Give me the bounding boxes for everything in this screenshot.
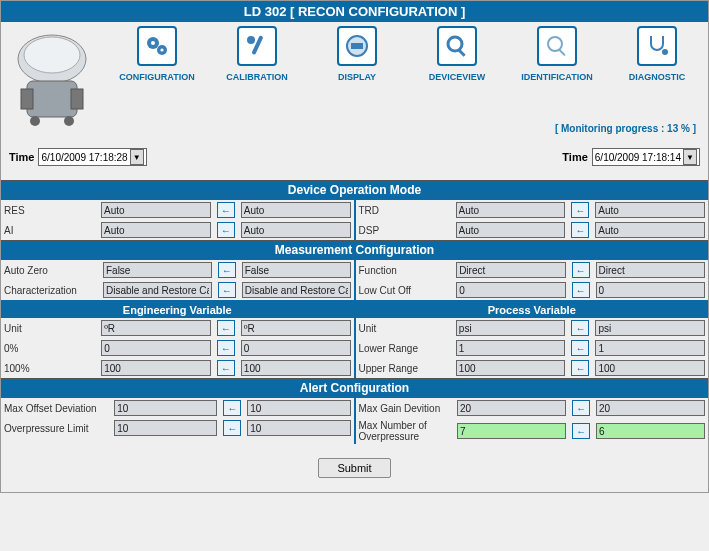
svg-point-10 xyxy=(160,48,163,51)
max-offset-dev-input-b[interactable] xyxy=(247,400,350,416)
section-device-operation-mode: Device Operation Mode xyxy=(1,180,708,200)
param-row: Function ← xyxy=(356,260,709,280)
lowcutoff-input-a[interactable] xyxy=(456,282,565,298)
time-label-right: Time xyxy=(562,151,587,163)
res-input-b[interactable] xyxy=(241,202,351,218)
ev-0-input-a[interactable] xyxy=(101,340,211,356)
function-label: Function xyxy=(356,260,454,280)
max-gain-dev-input-b[interactable] xyxy=(596,400,705,416)
lowcutoff-input-b[interactable] xyxy=(596,282,705,298)
lowcutoff-label: Low Cut Off xyxy=(356,280,454,300)
param-row: Unit ← xyxy=(356,318,709,338)
autozero-label: Auto Zero xyxy=(1,260,100,280)
window-title: LD 302 [ RECON CONFIGURATION ] xyxy=(1,1,708,22)
arrow-left-icon[interactable]: ← xyxy=(571,202,589,218)
param-row: DSP ← xyxy=(356,220,709,240)
nav-diagnostic[interactable]: DIAGNOSTIC xyxy=(607,26,707,82)
res-label: RES xyxy=(1,200,98,220)
main-nav: CONFIGURATION CALIBRATION DISPLAY DEVICE… xyxy=(97,26,709,82)
chevron-down-icon[interactable]: ▼ xyxy=(683,149,697,165)
arrow-left-icon[interactable]: ← xyxy=(217,360,235,376)
param-row: Max Gain Devition ← xyxy=(356,398,709,418)
arrow-left-icon[interactable]: ← xyxy=(218,282,236,298)
time-select-right[interactable]: 6/10/2009 17:18:14▼ xyxy=(592,148,700,166)
param-row: RES ← xyxy=(1,200,354,220)
chevron-down-icon[interactable]: ▼ xyxy=(130,149,144,165)
svg-rect-16 xyxy=(458,49,466,57)
arrow-left-icon[interactable]: ← xyxy=(572,400,590,416)
arrow-left-icon[interactable]: ← xyxy=(572,282,590,298)
ev-100-input-a[interactable] xyxy=(101,360,211,376)
arrow-left-icon[interactable]: ← xyxy=(217,222,235,238)
param-row: Lower Range ← xyxy=(356,338,709,358)
pv-upper-label: Upper Range xyxy=(356,358,453,378)
device-image xyxy=(7,26,97,136)
max-num-overpressure-input-b[interactable] xyxy=(596,423,705,439)
arrow-left-icon[interactable]: ← xyxy=(572,423,590,439)
svg-rect-18 xyxy=(559,49,566,56)
param-row: Overpressure Limit ← xyxy=(1,418,354,438)
ev-100-input-b[interactable] xyxy=(241,360,351,376)
nav-calibration[interactable]: CALIBRATION xyxy=(207,26,307,82)
svg-point-6 xyxy=(64,116,74,126)
time-label-left: Time xyxy=(9,151,34,163)
arrow-left-icon[interactable]: ← xyxy=(223,400,241,416)
max-gain-dev-label: Max Gain Devition xyxy=(356,398,454,418)
function-input-b[interactable] xyxy=(596,262,705,278)
arrow-left-icon[interactable]: ← xyxy=(571,222,589,238)
pv-lower-label: Lower Range xyxy=(356,338,453,358)
arrow-left-icon[interactable]: ← xyxy=(223,420,241,436)
nav-display[interactable]: DISPLAY xyxy=(307,26,407,82)
ev-unit-input-b[interactable] xyxy=(241,320,351,336)
arrow-left-icon[interactable]: ← xyxy=(571,340,589,356)
arrow-left-icon[interactable]: ← xyxy=(217,320,235,336)
pv-unit-input-b[interactable] xyxy=(595,320,705,336)
pv-upper-input-a[interactable] xyxy=(456,360,566,376)
pv-lower-input-a[interactable] xyxy=(456,340,566,356)
max-gain-dev-input-a[interactable] xyxy=(457,400,566,416)
function-input-a[interactable] xyxy=(456,262,565,278)
param-row: AI ← xyxy=(1,220,354,240)
overpressure-limit-input-b[interactable] xyxy=(247,420,350,436)
arrow-left-icon[interactable]: ← xyxy=(217,202,235,218)
overpressure-limit-input-a[interactable] xyxy=(114,420,217,436)
res-input-a[interactable] xyxy=(101,202,211,218)
submit-button[interactable]: Submit xyxy=(318,458,390,478)
autozero-input-b[interactable] xyxy=(242,262,351,278)
trd-input-b[interactable] xyxy=(595,202,705,218)
param-row: Auto Zero ← xyxy=(1,260,354,280)
svg-point-17 xyxy=(548,37,562,51)
nav-configuration[interactable]: CONFIGURATION xyxy=(107,26,207,82)
arrow-left-icon[interactable]: ← xyxy=(217,340,235,356)
dsp-label: DSP xyxy=(356,220,453,240)
svg-point-15 xyxy=(448,37,462,51)
pv-unit-input-a[interactable] xyxy=(456,320,566,336)
time-select-left[interactable]: 6/10/2009 17:18:28▼ xyxy=(38,148,146,166)
characterization-input-a[interactable] xyxy=(103,282,212,298)
section-measurement-config: Measurement Configuration xyxy=(1,240,708,260)
nav-identification[interactable]: IDENTIFICATION xyxy=(507,26,607,82)
dsp-input-a[interactable] xyxy=(456,222,566,238)
ev-0-input-b[interactable] xyxy=(241,340,351,356)
pv-lower-input-b[interactable] xyxy=(595,340,705,356)
nav-deviceview[interactable]: DEVICEVIEW xyxy=(407,26,507,82)
autozero-input-a[interactable] xyxy=(103,262,212,278)
pv-upper-input-b[interactable] xyxy=(595,360,705,376)
arrow-left-icon[interactable]: ← xyxy=(571,360,589,376)
ev-unit-input-a[interactable] xyxy=(101,320,211,336)
max-num-overpressure-input-a[interactable] xyxy=(457,423,566,439)
ai-input-a[interactable] xyxy=(101,222,211,238)
characterization-input-b[interactable] xyxy=(242,282,351,298)
svg-point-8 xyxy=(151,41,155,45)
max-offset-dev-input-a[interactable] xyxy=(114,400,217,416)
ev-unit-label: Unit xyxy=(1,318,98,338)
arrow-left-icon[interactable]: ← xyxy=(571,320,589,336)
ai-input-b[interactable] xyxy=(241,222,351,238)
arrow-left-icon[interactable]: ← xyxy=(218,262,236,278)
dsp-input-b[interactable] xyxy=(595,222,705,238)
arrow-left-icon[interactable]: ← xyxy=(572,262,590,278)
display-icon xyxy=(337,26,377,66)
ev-0-label: 0% xyxy=(1,338,98,358)
svg-rect-3 xyxy=(21,89,33,109)
trd-input-a[interactable] xyxy=(456,202,566,218)
